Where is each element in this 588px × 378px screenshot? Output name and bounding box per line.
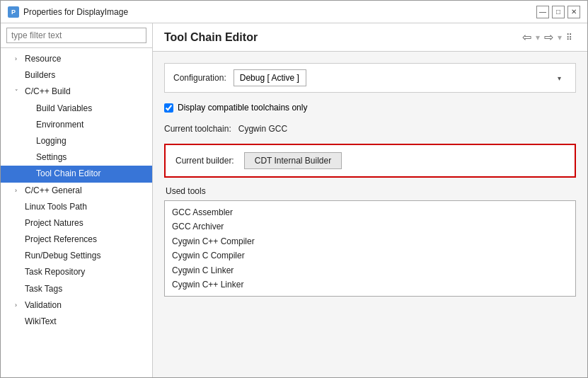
menu-icon: ⠿ <box>566 33 573 42</box>
tree-item-validation[interactable]: ›Validation <box>1 297 152 314</box>
compatible-toolchains-checkbox[interactable] <box>164 103 173 113</box>
right-content: Configuration: Debug [ Active ]Release ▾… <box>153 52 587 377</box>
compatible-toolchains-label: Display compatible toolchains only <box>178 103 307 113</box>
toolchain-row: Current toolchain: Cygwin GCC <box>164 122 576 135</box>
tree-label-project-natures: Project Natures <box>25 217 83 230</box>
tree-label-linux-tools-path: Linux Tools Path <box>25 200 87 214</box>
back-nav-button[interactable]: ⇦ <box>519 29 534 45</box>
used-tools-label: Used tools <box>166 186 576 196</box>
tree-label-task-tags: Task Tags <box>25 282 62 296</box>
tree: ›ResourceBuilders˅C/C++ BuildBuild Varia… <box>1 48 152 377</box>
used-tool-item: Cygwin C Linker <box>172 263 568 277</box>
tree-item-settings[interactable]: Settings <box>1 149 152 166</box>
right-panel: Tool Chain Editor ⇦ ▾ ⇨ ▾ ⠿ <box>153 23 587 377</box>
nav-separator-2: ▾ <box>558 33 562 42</box>
title-bar-controls: — □ ✕ <box>536 6 580 18</box>
used-tools-list: GCC AssemblerGCC ArchiverCygwin C++ Comp… <box>164 200 576 297</box>
tree-label-validation: Validation <box>25 299 62 312</box>
tree-label-tool-chain-editor: Tool Chain Editor <box>36 167 100 181</box>
forward-nav-button[interactable]: ⇨ <box>541 29 556 45</box>
tree-arrow-resource: › <box>15 54 22 64</box>
tree-item-task-repository[interactable]: Task Repository <box>1 264 152 280</box>
used-tool-item: Cygwin C Compiler <box>172 248 568 263</box>
tree-label-cpp-general: C/C++ General <box>25 184 82 197</box>
main-window: P Properties for DisplayImage — □ ✕ ›Res… <box>0 0 588 378</box>
filter-box <box>1 23 152 48</box>
tree-item-task-tags[interactable]: Task Tags <box>1 281 152 297</box>
tree-item-tool-chain-editor[interactable]: Tool Chain Editor <box>1 166 152 182</box>
title-bar: P Properties for DisplayImage — □ ✕ <box>1 1 587 23</box>
panel-title: Tool Chain Editor <box>164 31 258 44</box>
tree-item-environment[interactable]: Environment <box>1 117 152 133</box>
tree-item-cpp-general[interactable]: ›C/C++ General <box>1 183 152 199</box>
tree-label-wikitext: WikiText <box>25 315 57 328</box>
builder-label: Current builder: <box>175 156 234 166</box>
config-label: Configuration: <box>173 73 226 83</box>
tree-arrow-cpp-general: › <box>15 185 22 195</box>
tree-label-resource: Resource <box>25 52 61 66</box>
close-button[interactable]: ✕ <box>567 6 580 18</box>
tree-label-build-variables: Build Variables <box>36 102 92 115</box>
tree-label-task-repository: Task Repository <box>25 265 85 279</box>
tree-item-builders[interactable]: Builders <box>1 67 152 84</box>
tree-label-builders: Builders <box>25 69 55 82</box>
tree-item-run-debug-settings[interactable]: Run/Debug Settings <box>1 248 152 264</box>
used-tool-item: GCC Assembler <box>172 205 568 219</box>
nav-separator-1: ▾ <box>536 33 540 42</box>
tree-item-build-variables[interactable]: Build Variables <box>1 101 152 117</box>
builder-button[interactable]: CDT Internal Builder <box>244 152 342 169</box>
select-arrow-icon: ▾ <box>558 74 561 82</box>
tree-item-cpp-build[interactable]: ˅C/C++ Build <box>1 84 152 100</box>
tree-item-resource[interactable]: ›Resource <box>1 51 152 67</box>
used-tool-item: Cygwin C++ Compiler <box>172 234 568 248</box>
tree-label-logging: Logging <box>36 134 67 148</box>
main-content: ›ResourceBuilders˅C/C++ BuildBuild Varia… <box>1 23 587 377</box>
used-tool-item: GCC Archiver <box>172 219 568 234</box>
toolchain-value: Cygwin GCC <box>238 124 287 134</box>
window-icon: P <box>8 6 19 18</box>
toolchain-label: Current toolchain: <box>164 124 231 134</box>
configuration-select[interactable]: Debug [ Active ]Release <box>234 69 306 86</box>
window-title: Properties for DisplayImage <box>23 7 128 17</box>
builder-section: Current builder: CDT Internal Builder <box>164 144 576 178</box>
tree-label-environment: Environment <box>36 118 83 132</box>
maximize-button[interactable]: □ <box>552 6 565 18</box>
tree-item-project-natures[interactable]: Project Natures <box>1 215 152 231</box>
tree-label-run-debug-settings: Run/Debug Settings <box>25 249 100 263</box>
title-bar-left: P Properties for DisplayImage <box>8 6 128 18</box>
tree-arrow-cpp-build: ˅ <box>15 87 22 97</box>
tree-label-project-references: Project References <box>25 233 97 246</box>
config-select-wrapper: Debug [ Active ]Release ▾ <box>234 69 567 86</box>
tree-label-settings: Settings <box>36 151 67 164</box>
checkbox-row: Display compatible toolchains only <box>164 101 576 114</box>
left-panel: ›ResourceBuilders˅C/C++ BuildBuild Varia… <box>1 23 153 377</box>
panel-menu-button[interactable]: ⠿ <box>563 31 576 44</box>
nav-icons: ⇦ ▾ ⇨ ▾ ⠿ <box>519 29 576 45</box>
forward-icon: ⇨ <box>544 30 553 44</box>
tree-item-logging[interactable]: Logging <box>1 133 152 149</box>
used-tool-item: Cygwin C++ Linker <box>172 277 568 292</box>
used-tools-section: Used tools GCC AssemblerGCC ArchiverCygw… <box>164 186 576 297</box>
minimize-button[interactable]: — <box>536 6 549 18</box>
tree-item-project-references[interactable]: Project References <box>1 231 152 248</box>
filter-input[interactable] <box>6 28 146 43</box>
tree-item-wikitext[interactable]: WikiText <box>1 314 152 330</box>
back-icon: ⇦ <box>522 30 531 44</box>
tree-item-linux-tools-path[interactable]: Linux Tools Path <box>1 199 152 215</box>
tree-arrow-validation: › <box>15 300 22 310</box>
tree-label-cpp-build: C/C++ Build <box>25 85 71 98</box>
configuration-row: Configuration: Debug [ Active ]Release ▾ <box>164 63 576 93</box>
right-header: Tool Chain Editor ⇦ ▾ ⇨ ▾ ⠿ <box>153 23 587 52</box>
